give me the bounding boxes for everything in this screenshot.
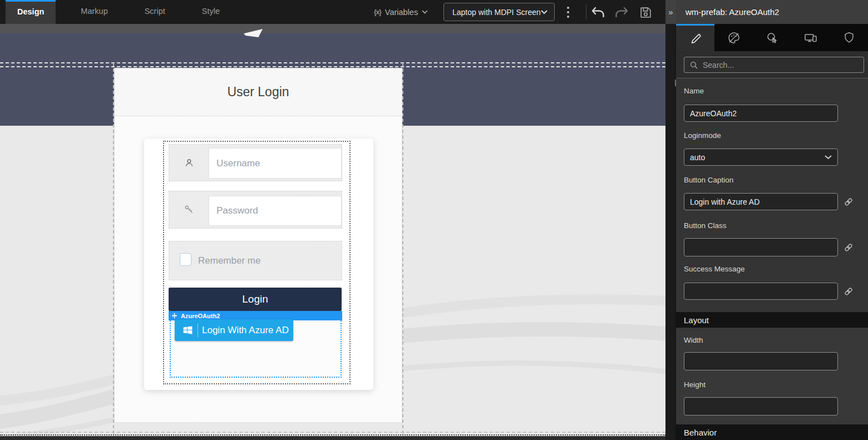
panel-search-row <box>676 51 868 78</box>
username-input[interactable]: Username <box>209 148 342 179</box>
tab-devices[interactable] <box>791 24 830 51</box>
panel-tabs <box>676 24 868 51</box>
loginmode-label: Loginmode <box>684 131 721 140</box>
more-options-button[interactable] <box>566 7 570 18</box>
user-icon <box>169 145 209 181</box>
remember-me-label: Remember me <box>198 241 260 280</box>
tab-properties[interactable] <box>676 24 714 51</box>
redo-icon <box>614 6 629 19</box>
tab-security[interactable] <box>830 24 868 51</box>
search-field[interactable] <box>684 57 864 73</box>
chevron-down-icon <box>825 155 832 160</box>
wavemaker-designer: Design Markup Script Style {x} Variables… <box>0 0 868 440</box>
azure-login-button[interactable]: Login With Azure AD <box>175 319 293 341</box>
design-canvas[interactable]: User Login Username <box>0 24 665 440</box>
canvas-top-strip <box>0 24 665 33</box>
tab-inspect[interactable] <box>753 24 791 51</box>
chevron-down-icon <box>422 10 428 14</box>
tab-styles[interactable] <box>714 24 753 51</box>
selection-guide-line <box>402 63 403 434</box>
success-message-label: Success Message <box>684 265 745 273</box>
tab-design[interactable]: Design <box>6 0 56 24</box>
login-form-card[interactable]: Username Password <box>144 139 373 390</box>
undo-button[interactable] <box>590 4 606 20</box>
bind-link-icon[interactable] <box>844 286 854 296</box>
password-row[interactable]: Password <box>169 191 342 229</box>
devices-icon <box>803 31 818 45</box>
height-input[interactable] <box>684 397 838 416</box>
variables-label: Variables <box>385 8 418 17</box>
azure-button-label: Login With Azure AD <box>202 325 289 336</box>
name-label: Name <box>684 87 704 95</box>
device-selector[interactable]: Laptop with MDPI Screen <box>443 3 555 21</box>
button-caption-input[interactable] <box>684 193 838 210</box>
prefab-tag-label: AzureOAuth2 <box>181 313 220 319</box>
height-label: Height <box>684 380 706 389</box>
bind-link-icon[interactable] <box>844 197 854 207</box>
save-icon <box>639 6 653 19</box>
toolbar-divider <box>586 4 586 19</box>
tab-style[interactable]: Style <box>190 0 231 24</box>
password-input[interactable]: Password <box>209 196 342 226</box>
selection-guide-line <box>0 66 665 67</box>
page-title: User Login <box>227 85 289 100</box>
login-form-container[interactable]: Username Password <box>163 141 351 384</box>
search-input[interactable] <box>703 61 847 70</box>
panel-collapse-button[interactable]: » <box>665 0 676 24</box>
width-label: Width <box>684 336 703 344</box>
page-header[interactable]: User Login <box>115 68 402 116</box>
double-chevron-icon: » <box>668 7 673 17</box>
bind-link-icon[interactable] <box>844 243 854 253</box>
name-input[interactable] <box>684 105 838 122</box>
magnifier-cursor-icon <box>766 31 779 45</box>
top-toolbar: Design Markup Script Style {x} Variables… <box>0 0 676 24</box>
tab-script[interactable]: Script <box>133 0 177 24</box>
selection-guide-line <box>0 432 665 433</box>
behavior-section-header[interactable]: Behavior <box>676 424 868 440</box>
button-caption-label: Button Caption <box>684 176 733 184</box>
windows-logo-icon <box>183 325 193 335</box>
username-row[interactable]: Username <box>169 144 342 181</box>
palette-icon <box>727 31 741 45</box>
button-class-input[interactable] <box>684 238 838 256</box>
chevron-down-icon <box>541 10 548 14</box>
panel-body: Name Loginmode auto Button Caption Butto… <box>676 78 868 440</box>
success-message-input[interactable] <box>684 283 838 300</box>
layout-section-header[interactable]: Layout <box>676 312 868 328</box>
save-button[interactable] <box>638 4 653 20</box>
panel-title: wm-prefab: AzureOAuth2 <box>676 0 868 24</box>
loginmode-value: auto <box>690 153 825 162</box>
variables-menu[interactable]: {x} Variables <box>374 0 428 24</box>
variables-icon: {x} <box>374 8 381 16</box>
prefab-selected-region[interactable]: Login With Azure AD <box>170 320 342 378</box>
loginmode-select[interactable]: auto <box>684 149 838 166</box>
selection-guide-line <box>0 62 665 63</box>
remember-me-checkbox[interactable] <box>180 253 191 266</box>
remember-me-row[interactable]: Remember me <box>169 241 342 280</box>
designed-page[interactable]: User Login Username <box>114 68 402 423</box>
canvas-bottom-strip <box>0 436 665 440</box>
button-class-label: Button Class <box>684 221 727 230</box>
shield-icon <box>843 31 855 44</box>
search-icon <box>689 61 698 70</box>
redo-button[interactable] <box>614 4 629 20</box>
key-icon <box>169 191 209 228</box>
undo-icon <box>591 6 605 19</box>
pencil-icon <box>689 32 702 45</box>
container-dotted-border <box>0 434 665 436</box>
login-button[interactable]: Login <box>169 288 342 311</box>
properties-panel: wm-prefab: AzureOAuth2 <box>676 0 868 440</box>
width-input[interactable] <box>684 352 838 370</box>
move-icon <box>171 313 177 319</box>
tab-markup[interactable]: Markup <box>69 0 119 24</box>
mode-tabs: Design Markup Script Style <box>6 0 231 24</box>
button-divider <box>198 324 198 337</box>
device-selector-value: Laptop with MDPI Screen <box>452 8 541 17</box>
